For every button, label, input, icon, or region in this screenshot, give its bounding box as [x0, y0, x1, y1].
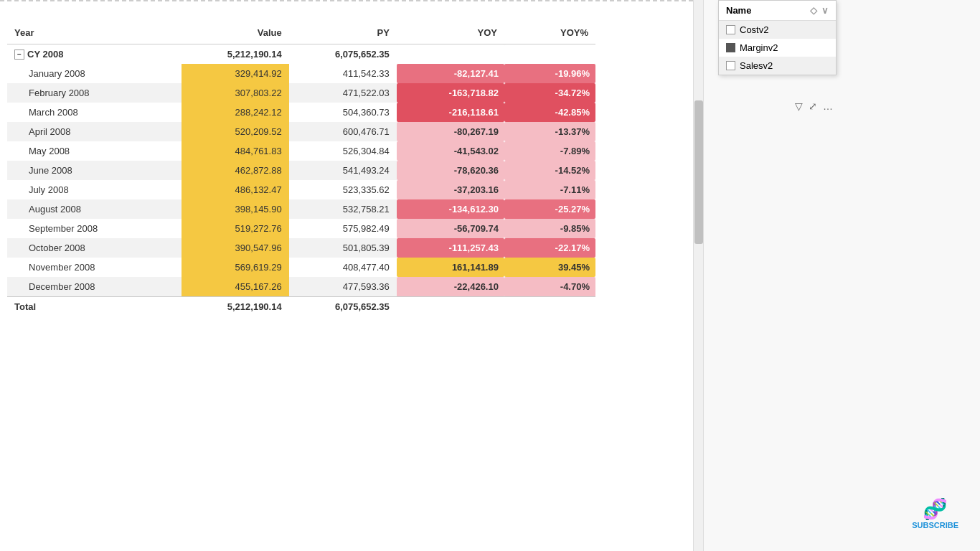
dna-icon: 🧬	[923, 497, 948, 521]
total-yoy-pct: -14.21%	[504, 297, 595, 317]
subscribe-label: SUBSCRIBE	[912, 521, 958, 529]
month-yoy-pct: -9.85%	[504, 219, 595, 238]
table-row: April 2008 520,209.52 600,476.71 -80,267…	[7, 122, 595, 141]
month-py: 471,522.03	[289, 83, 397, 103]
month-py: 541,493.24	[289, 161, 397, 180]
total-yoy: -863,462.21	[397, 297, 504, 317]
month-value: 390,547.96	[182, 238, 289, 258]
scrollbar-track[interactable]	[693, 0, 703, 551]
month-value: 569,619.29	[182, 258, 289, 277]
month-py: 477,593.36	[289, 277, 397, 297]
month-label: April 2008	[7, 122, 182, 141]
cy-year-cell: − CY 2008	[7, 44, 182, 65]
month-value: 462,872.88	[182, 161, 289, 180]
filter-item-label: Salesv2	[740, 60, 773, 71]
col-header-year[interactable]: Year	[7, 22, 182, 44]
month-label: September 2008	[7, 219, 182, 238]
col-header-py[interactable]: PY	[289, 22, 397, 44]
month-value: 519,272.76	[182, 219, 289, 238]
table-row: March 2008 288,242.12 504,360.73 -216,11…	[7, 103, 595, 122]
month-yoy: -56,709.74	[397, 219, 504, 238]
subscribe-badge[interactable]: 🧬 SUBSCRIBE	[912, 497, 958, 529]
total-row: Total 5,212,190.14 6,075,652.35 -863,462…	[7, 297, 595, 317]
filter-panel: Name ◇ ∨ Costv2 Marginv2 Salesv2	[718, 0, 837, 75]
expand-icon[interactable]: ⤢	[809, 100, 817, 112]
month-label: October 2008	[7, 238, 182, 258]
month-yoy-pct: -7.89%	[504, 141, 595, 161]
month-yoy: -111,257.43	[397, 238, 504, 258]
month-yoy-pct: -34.72%	[504, 83, 595, 103]
total-py: 6,075,652.35	[289, 297, 397, 317]
filter-item[interactable]: Salesv2	[719, 57, 836, 75]
cy-yoy-pct-cell: -14.21%	[504, 44, 595, 65]
month-label: August 2008	[7, 199, 182, 219]
month-py: 600,476.71	[289, 122, 397, 141]
table-row: December 2008 455,167.26 477,593.36 -22,…	[7, 277, 595, 297]
cy-py-cell: 6,075,652.35	[289, 44, 397, 65]
month-yoy-pct: -19.96%	[504, 64, 595, 83]
table-row: June 2008 462,872.88 541,493.24 -78,620.…	[7, 161, 595, 180]
data-table: Year Value PY YOY YOY% − CY 2008 5,212,1…	[7, 22, 595, 316]
month-yoy-pct: -22.17%	[504, 238, 595, 258]
month-label: March 2008	[7, 103, 182, 122]
filter-header: Name ◇ ∨	[719, 1, 836, 21]
month-yoy: 161,141.89	[397, 258, 504, 277]
table-row: January 2008 329,414.92 411,542.33 -82,1…	[7, 64, 595, 83]
month-yoy: -216,118.61	[397, 103, 504, 122]
month-yoy-pct: -7.11%	[504, 180, 595, 199]
month-value: 486,132.47	[182, 180, 289, 199]
month-py: 501,805.39	[289, 238, 397, 258]
month-label: January 2008	[7, 64, 182, 83]
month-label: February 2008	[7, 83, 182, 103]
month-value: 398,145.90	[182, 199, 289, 219]
month-yoy-pct: -42.85%	[504, 103, 595, 122]
month-yoy: -37,203.16	[397, 180, 504, 199]
more-icon[interactable]: …	[823, 100, 833, 112]
month-label: May 2008	[7, 141, 182, 161]
col-header-value[interactable]: Value	[182, 22, 289, 44]
month-yoy: -22,426.10	[397, 277, 504, 297]
filter-icon[interactable]: ▽	[795, 100, 803, 112]
col-header-yoy[interactable]: YOY	[397, 22, 504, 44]
filter-item[interactable]: Costv2	[719, 21, 836, 39]
month-value: 329,414.92	[182, 64, 289, 83]
table-header-row: Year Value PY YOY YOY%	[7, 22, 595, 44]
checkbox-unchecked[interactable]	[726, 61, 735, 70]
month-label: December 2008	[7, 277, 182, 297]
table-row: November 2008 569,619.29 408,477.40 161,…	[7, 258, 595, 277]
month-py: 408,477.40	[289, 258, 397, 277]
table-row: February 2008 307,803.22 471,522.03 -163…	[7, 83, 595, 103]
collapse-button[interactable]: −	[14, 50, 24, 60]
checkbox-unchecked[interactable]	[726, 25, 735, 34]
month-yoy-pct: 39.45%	[504, 258, 595, 277]
filter-chevron-icon[interactable]: ∨	[821, 5, 829, 16]
month-yoy-pct: -4.70%	[504, 277, 595, 297]
checkbox-checked[interactable]	[726, 43, 735, 52]
month-label: July 2008	[7, 180, 182, 199]
scrollbar-thumb[interactable]	[694, 100, 703, 244]
filter-header-actions: ◇ ∨	[810, 5, 829, 16]
col-header-yoy-pct[interactable]: YOY%	[504, 22, 595, 44]
table-row: August 2008 398,145.90 532,758.21 -134,6…	[7, 199, 595, 219]
month-yoy-pct: -25.27%	[504, 199, 595, 219]
table-row: October 2008 390,547.96 501,805.39 -111,…	[7, 238, 595, 258]
month-yoy: -163,718.82	[397, 83, 504, 103]
month-py: 532,758.21	[289, 199, 397, 219]
cy-row: − CY 2008 5,212,190.14 6,075,652.35 -863…	[7, 44, 595, 65]
month-value: 455,167.26	[182, 277, 289, 297]
month-value: 484,761.83	[182, 141, 289, 161]
month-yoy-pct: -14.52%	[504, 161, 595, 180]
month-value: 307,803.22	[182, 83, 289, 103]
table-row: September 2008 519,272.76 575,982.49 -56…	[7, 219, 595, 238]
table-row: May 2008 484,761.83 526,304.84 -41,543.0…	[7, 141, 595, 161]
month-yoy: -80,267.19	[397, 122, 504, 141]
right-panel	[703, 0, 980, 551]
month-py: 504,360.73	[289, 103, 397, 122]
filter-item[interactable]: Marginv2	[719, 39, 836, 57]
filter-eraser-icon[interactable]: ◇	[810, 5, 817, 16]
month-yoy: -41,543.02	[397, 141, 504, 161]
month-py: 411,542.33	[289, 64, 397, 83]
month-value: 288,242.12	[182, 103, 289, 122]
filter-items-container: Costv2 Marginv2 Salesv2	[719, 21, 836, 75]
month-py: 575,982.49	[289, 219, 397, 238]
